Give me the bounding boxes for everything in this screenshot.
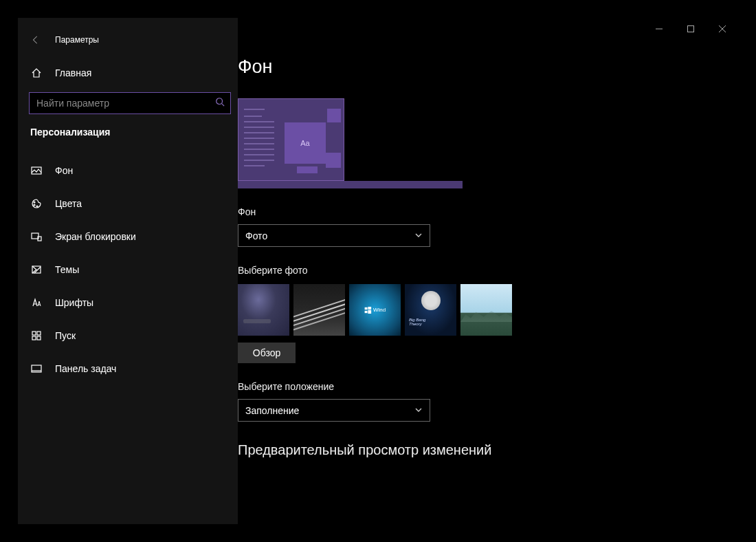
taskbar-icon: [30, 362, 43, 375]
svg-rect-14: [37, 332, 41, 335]
sidebar-item-themes[interactable]: Темы: [18, 253, 238, 286]
photo-thumbnail[interactable]: Wind: [349, 284, 401, 336]
photo-thumbnail[interactable]: Big BangTheory: [405, 284, 456, 336]
select-value: Заполнение: [245, 405, 299, 416]
svg-point-9: [36, 206, 38, 207]
sidebar-item-label: Экран блокировки: [55, 231, 136, 242]
sidebar-item-label: Панель задач: [55, 363, 116, 374]
search-box[interactable]: [29, 92, 231, 114]
svg-point-8: [34, 204, 35, 206]
lockscreen-icon: [30, 230, 43, 243]
sidebar-section-title: Персонализация: [18, 114, 238, 138]
svg-rect-1: [688, 26, 694, 32]
svg-rect-16: [37, 336, 41, 340]
sidebar-item-label: Темы: [55, 264, 79, 275]
background-type-select[interactable]: Фото: [238, 224, 430, 247]
background-preview: Aa: [238, 98, 463, 188]
select-value: Фото: [245, 230, 267, 241]
svg-rect-22: [368, 310, 371, 314]
sidebar-item-home[interactable]: Главная: [18, 59, 238, 87]
photo-thumbnail[interactable]: [460, 284, 512, 336]
choose-photo-label: Выберите фото: [238, 265, 719, 276]
svg-rect-21: [364, 310, 367, 312]
themes-icon: [30, 263, 43, 276]
sidebar-item-label: Цвета: [55, 198, 82, 209]
svg-rect-19: [364, 307, 367, 309]
sidebar-item-label: Главная: [55, 67, 91, 78]
back-button[interactable]: [30, 34, 41, 45]
preview-changes-heading: Предварительный просмотр изменений: [238, 442, 719, 458]
maximize-button[interactable]: [675, 18, 707, 40]
sidebar-item-taskbar[interactable]: Панель задач: [18, 352, 238, 385]
background-type-label: Фон: [238, 206, 719, 217]
fonts-icon: [30, 296, 43, 309]
palette-icon: [30, 197, 43, 210]
chevron-down-icon: [414, 405, 423, 416]
svg-line-5: [222, 104, 225, 107]
position-label: Выберите положение: [238, 381, 719, 392]
sidebar-item-lockscreen[interactable]: Экран блокировки: [18, 220, 238, 253]
sidebar-item-colors[interactable]: Цвета: [18, 187, 238, 220]
photo-thumbnail[interactable]: [238, 284, 289, 336]
sidebar: Параметры Главная Персонализация Фон: [18, 18, 238, 524]
start-icon: [30, 329, 43, 342]
svg-rect-20: [368, 307, 371, 310]
preview-sample-text: Aa: [285, 122, 326, 164]
home-icon: [30, 67, 43, 79]
photo-thumbnails: Wind Big BangTheory: [238, 284, 719, 336]
search-icon: [215, 97, 225, 109]
close-button[interactable]: [707, 18, 738, 40]
main-content: Фон Aa: [238, 18, 738, 524]
browse-button[interactable]: Обзор: [238, 343, 296, 363]
app-title: Параметры: [55, 35, 99, 45]
sidebar-item-start[interactable]: Пуск: [18, 319, 238, 352]
sidebar-item-fonts[interactable]: Шрифты: [18, 286, 238, 319]
sidebar-item-background[interactable]: Фон: [18, 154, 238, 187]
svg-point-4: [216, 98, 223, 105]
sidebar-item-label: Фон: [55, 165, 73, 176]
svg-rect-15: [32, 336, 36, 340]
photo-thumbnail[interactable]: [293, 284, 345, 336]
position-select[interactable]: Заполнение: [238, 399, 430, 422]
chevron-down-icon: [414, 230, 423, 241]
svg-point-7: [34, 202, 35, 203]
minimize-button[interactable]: [643, 18, 675, 40]
sidebar-item-label: Шрифты: [55, 297, 93, 308]
page-title: Фон: [238, 56, 719, 78]
svg-rect-13: [32, 332, 36, 335]
sidebar-item-label: Пуск: [55, 330, 76, 341]
image-icon: [30, 164, 43, 177]
search-input[interactable]: [30, 93, 230, 113]
